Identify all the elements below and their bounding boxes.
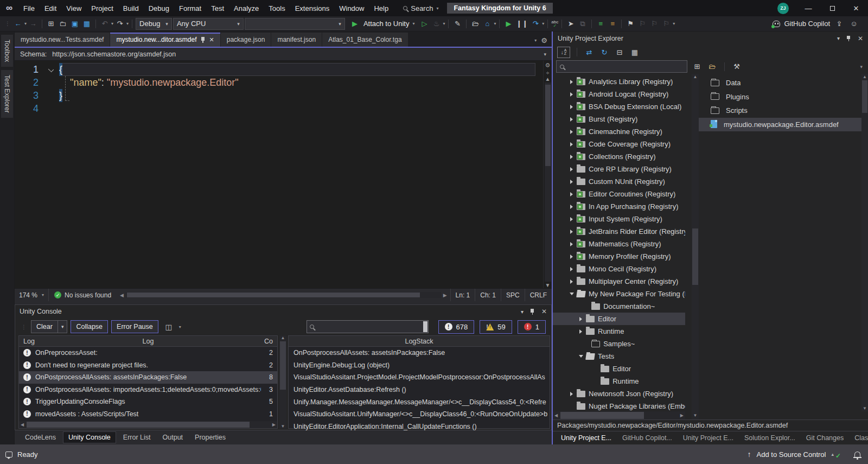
tree-vscrollbar[interactable]: ▲	[692, 74, 699, 411]
cursor-select-icon[interactable]: ➤	[565, 18, 576, 30]
tree-item[interactable]: Core RP Library (Registry)	[553, 163, 685, 175]
scroll-left-icon[interactable]: ◀	[19, 422, 25, 427]
indent-increase-icon[interactable]: ≡	[595, 18, 606, 30]
tree-item[interactable]: Cinemachine (Registry)	[553, 125, 685, 138]
search-scroll-handle[interactable]	[423, 321, 427, 332]
new-item-icon[interactable]: ⊞	[692, 61, 703, 73]
health-indicator[interactable]: ✓ No issues found	[49, 291, 117, 299]
sync-icon[interactable]: ⇄	[584, 46, 595, 58]
toolbar-overflow-chevron-icon[interactable]: ▾	[860, 64, 865, 69]
file-item[interactable]: mystudio.newpackage.Editor.asmdef	[699, 118, 861, 132]
save-icon[interactable]: ▣	[69, 18, 80, 30]
scrollbar-thumb[interactable]	[545, 85, 551, 166]
right-panel-tab[interactable]: GitHub Copilot...	[617, 434, 677, 442]
tree-item[interactable]: Documentation~	[553, 300, 685, 313]
chevron-down-icon[interactable]: ▾	[443, 21, 445, 26]
tree-item[interactable]: Android Logcat (Registry)	[553, 88, 685, 100]
stack-frame-row[interactable]: UnityEditor.AssetDatabase:Refresh ()	[289, 384, 550, 396]
minimize-button[interactable]: —	[796, 0, 820, 16]
menu-item[interactable]: Window	[334, 0, 369, 16]
account-avatar[interactable]: ZJ	[777, 3, 789, 14]
tree-item[interactable]: Analytics Library (Registry)	[553, 75, 685, 88]
document-tab[interactable]: mystudio.new...ditor.asmdef ✕	[110, 33, 220, 47]
column-header-count[interactable]: Co	[261, 338, 277, 345]
tree-item[interactable]: Input System (Registry)	[553, 213, 685, 225]
tree-item[interactable]: Mono Cecil (Registry)	[553, 263, 685, 275]
side-tab[interactable]: Test Explorer	[1, 70, 13, 118]
bookmark-icon[interactable]: ⚑	[625, 18, 636, 30]
menu-item[interactable]: Edit	[40, 0, 61, 16]
log-count-badge[interactable]: ! 678	[438, 320, 475, 334]
chevron-down-icon[interactable]: ▾	[542, 21, 544, 26]
tree-item[interactable]: Editor Coroutines (Registry)	[553, 188, 685, 200]
start-without-debugging-icon[interactable]: ▷	[419, 18, 430, 30]
tree-item[interactable]: Collections (Registry)	[553, 150, 685, 163]
tree-hscrollbar[interactable]: ◀ ▶	[553, 411, 685, 419]
scroll-left-icon[interactable]: ◀	[120, 293, 124, 298]
tree-item[interactable]: Multiplayer Center (Registry)	[553, 275, 685, 288]
tree-item[interactable]: Runtime	[553, 375, 685, 387]
stack-frame-row[interactable]: Unify.Manager.MessageManager.MessageMana…	[289, 396, 550, 408]
tree-item[interactable]: Nuget Package Libraries (Embed	[553, 400, 685, 411]
collapse-all-icon[interactable]: ⊟	[614, 46, 625, 58]
stack-frame-row[interactable]: VisualStudioAssitant.UnifyManager/<>c__D…	[289, 408, 550, 421]
expander-icon[interactable]	[567, 255, 576, 259]
log-count-badge[interactable]: ! 1	[518, 320, 546, 334]
find-in-files-icon[interactable]: 🗁	[470, 18, 481, 30]
expander-icon[interactable]	[567, 267, 576, 271]
menu-item[interactable]: Test	[206, 0, 229, 16]
explorer-search-input[interactable]	[556, 60, 687, 73]
document-tab[interactable]: manifest.json ✕	[271, 33, 322, 47]
console-settings-icon[interactable]: ◫	[162, 320, 176, 333]
show-all-files-icon[interactable]: ▦	[629, 46, 640, 58]
open-folder-search-icon[interactable]: 🗁	[707, 61, 718, 73]
menu-item[interactable]: Tools	[264, 0, 290, 16]
scrollbar-thumb[interactable]	[692, 228, 698, 285]
expander-icon[interactable]	[577, 317, 585, 321]
expander-icon[interactable]	[567, 217, 576, 221]
bottom-panel-tab[interactable]: CodeLens	[20, 432, 61, 443]
github-copilot-button[interactable]: GitHub Copilot ⇪ ☺	[773, 18, 865, 30]
column-header-icon[interactable]: Log	[19, 338, 35, 345]
stack-frame-row[interactable]: OnPostprocessAllAssets: assetsInPackages…	[289, 347, 550, 359]
chevron-down-icon[interactable]: ▾	[673, 21, 675, 26]
chevron-down-icon[interactable]: ▾	[837, 35, 840, 41]
toolbar-grip[interactable]: ⋮	[5, 21, 10, 27]
stack-frame-row[interactable]: VisualStudioAssitant.ProjectModel.Projec…	[289, 371, 550, 384]
add-to-source-control-button[interactable]: Add to Source Control	[757, 450, 826, 459]
editor-options-gear-icon[interactable]: ⚙	[545, 62, 551, 69]
zoom-control[interactable]: 174 % ▾	[15, 289, 49, 301]
tree-item[interactable]: Editor	[553, 313, 685, 325]
close-button[interactable]: ✕	[844, 0, 868, 16]
pin-icon[interactable]	[200, 36, 205, 43]
fold-toggle[interactable]	[45, 63, 59, 76]
menu-item[interactable]: Extensions	[290, 0, 335, 16]
chevron-down-icon[interactable]: ▾	[521, 309, 524, 315]
menu-item[interactable]: View	[61, 0, 86, 16]
expander-icon[interactable]	[567, 80, 576, 84]
expander-icon[interactable]	[567, 230, 576, 234]
close-icon[interactable]: ✕	[209, 36, 214, 43]
file-item[interactable]: Plugins	[699, 90, 861, 104]
tree-item[interactable]: JetBrains Rider Editor (Registry)	[553, 225, 685, 238]
code-line[interactable]: 2 "name" : "mystudio.newpackage.Editor"	[15, 76, 543, 89]
tree-item[interactable]: Editor	[553, 363, 685, 375]
scrollbar-thumb[interactable]	[862, 80, 867, 113]
scroll-up-icon[interactable]: ▲	[863, 74, 867, 79]
edit-document-icon[interactable]: ✎	[452, 18, 463, 30]
bottom-panel-tab[interactable]: Unity Console	[63, 431, 116, 443]
tree-item[interactable]: Memory Profiler (Registry)	[553, 250, 685, 263]
scroll-left-icon[interactable]: ◀	[553, 413, 559, 418]
tree-item[interactable]: Code Coverage (Registry)	[553, 138, 685, 150]
feedback-person-icon[interactable]: ☺	[848, 18, 859, 30]
chevron-up-icon[interactable]: ▴	[831, 452, 834, 457]
solution-configuration-combo[interactable]: Debug ▾	[136, 18, 172, 30]
tree-item[interactable]: Custom NUnit (Registry)	[553, 175, 685, 188]
side-tab[interactable]: Toolbox	[1, 35, 13, 67]
bottom-panel-tab[interactable]: Error List	[118, 432, 156, 443]
split-editor-icon[interactable]: ÷	[546, 70, 550, 76]
menu-item[interactable]: Project	[86, 0, 118, 16]
scrollbar-thumb[interactable]	[280, 341, 286, 390]
scroll-down-icon[interactable]: ▼	[692, 411, 699, 419]
maximize-button[interactable]	[820, 0, 844, 16]
